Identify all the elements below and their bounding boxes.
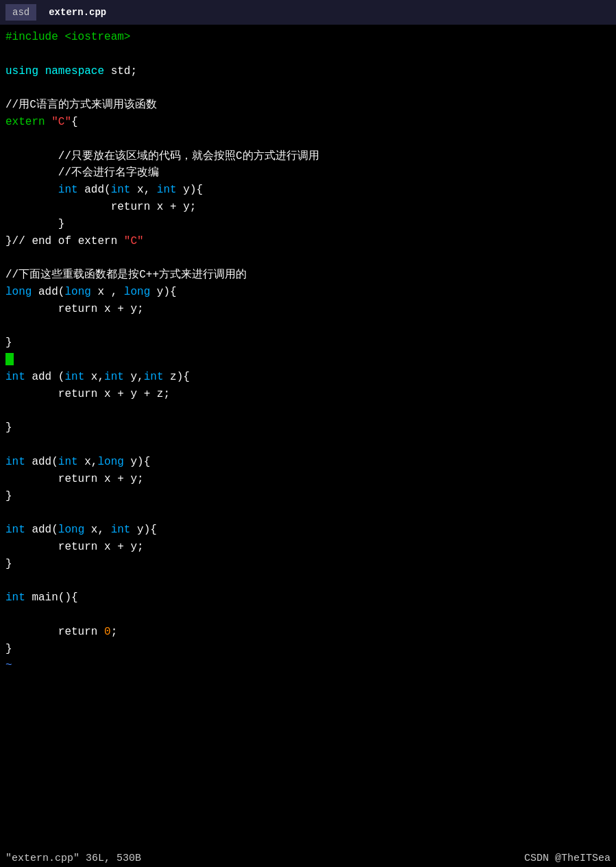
return-xyz: return x + y + z; <box>58 388 170 400</box>
comment2: //只要放在该区域的代码，就会按照C的方式进行调用 <box>58 150 319 162</box>
tab-extern-cpp[interactable]: extern.cpp <box>42 4 113 21</box>
int-keyword-2: int <box>5 371 25 383</box>
include-line: #include <iostream> <box>5 31 130 43</box>
comment3: //不会进行名字改编 <box>58 167 159 179</box>
int-keyword-main: int <box>5 591 25 604</box>
titlebar: asd extern.cpp <box>0 0 616 25</box>
int-keyword-4: int <box>5 524 25 536</box>
cursor <box>5 353 14 365</box>
return-0: return <box>58 626 104 638</box>
using-keyword: using <box>5 65 38 77</box>
return-xy3: return x + y; <box>58 473 144 485</box>
file-info: "extern.cpp" 36L, 530B <box>5 853 141 864</box>
return-xy: return x + y; <box>111 201 197 213</box>
extern-keyword: extern <box>5 116 45 128</box>
comment1: //用C语言的方式来调用该函数 <box>5 99 157 111</box>
statusbar: "extern.cpp" 36L, 530B CSDN @TheITSea <box>0 850 616 867</box>
watermark: CSDN @TheITSea <box>524 853 611 864</box>
int-keyword-3: int <box>5 456 25 468</box>
tab-asd[interactable]: asd <box>5 4 36 21</box>
comment4: //下面这些重载函数都是按C++方式来进行调用的 <box>5 269 247 281</box>
return-xy4: return x + y; <box>58 541 144 553</box>
tilde-line: ~ <box>5 659 12 672</box>
code-editor: #include <iostream> using namespace std;… <box>0 25 616 679</box>
return-xy2: return x + y; <box>58 303 144 315</box>
int-keyword-1: int <box>58 184 78 196</box>
long-keyword: long <box>5 286 32 298</box>
